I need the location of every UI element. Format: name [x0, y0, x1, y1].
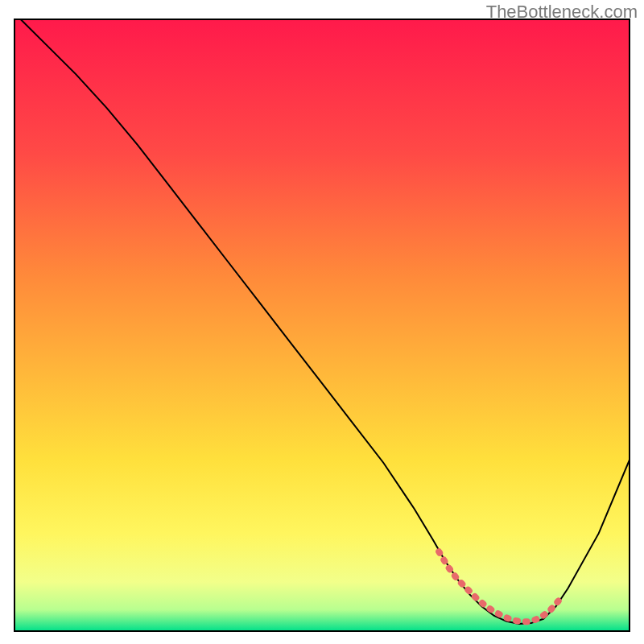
- chart-stage: TheBottleneck.com: [0, 0, 644, 644]
- gradient-background: [14, 19, 630, 631]
- bottleneck-chart: [0, 0, 644, 644]
- watermark-text: TheBottleneck.com: [486, 2, 638, 23]
